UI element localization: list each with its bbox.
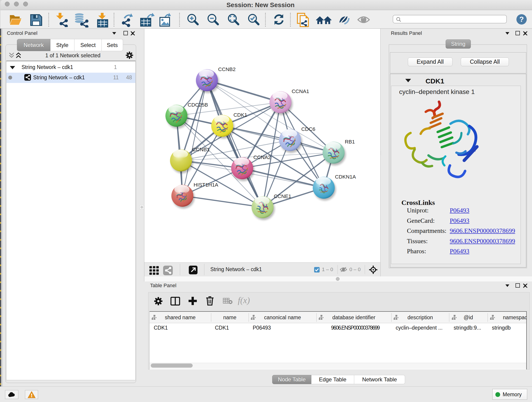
svg-text:CCNE1: CCNE1 <box>274 193 291 199</box>
svg-text:HIST1H1A: HIST1H1A <box>194 182 218 188</box>
svg-text:CCNB2: CCNB2 <box>218 66 235 72</box>
svg-text:CDC6: CDC6 <box>301 126 315 132</box>
svg-text:CDC25B: CDC25B <box>188 102 208 108</box>
svg-text:CCNB1: CCNB1 <box>192 147 210 153</box>
svg-text:CCNA2: CCNA2 <box>253 154 271 160</box>
svg-text:CDKN1A: CDKN1A <box>335 174 356 180</box>
svg-text:RB1: RB1 <box>345 139 355 145</box>
svg-text:CDK1: CDK1 <box>234 112 247 118</box>
svg-text:CCNA1: CCNA1 <box>292 89 309 94</box>
